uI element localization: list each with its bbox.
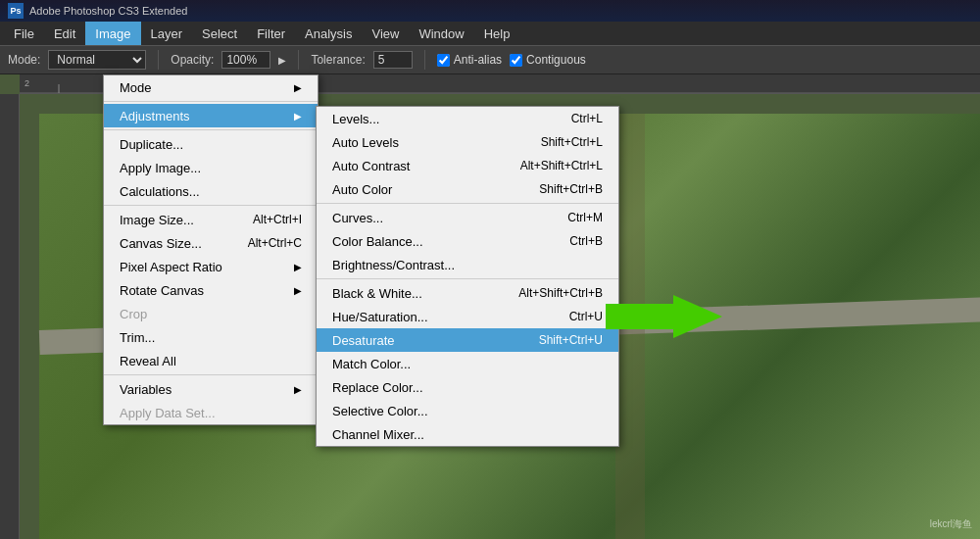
opacity-input[interactable] [221,51,270,69]
contiguous-label: Contiguous [526,53,586,67]
menu-image[interactable]: Image [85,22,140,45]
menu-analysis[interactable]: Analysis [295,22,362,45]
adj-sep1 [317,203,618,204]
sep2 [104,129,318,130]
toolbar: Mode: Normal Opacity: ▶ Tolerance: Anti-… [0,45,980,74]
adj-auto-color[interactable]: Auto Color Shift+Ctrl+B [317,177,618,201]
menu-help[interactable]: Help [474,22,520,45]
mode-label: Mode: [8,53,40,67]
menu-adjustments[interactable]: Adjustments ▶ [104,104,318,127]
menu-apply-image[interactable]: Apply Image... [104,156,318,179]
menu-bar: File Edit Image Layer Select Filter Anal… [0,22,980,45]
menu-select[interactable]: Select [192,22,247,45]
adj-auto-contrast[interactable]: Auto Contrast Alt+Shift+Ctrl+L [317,154,618,177]
main-area: 2 3 4 5 lekcrl海鱼 Mode [0,74,980,539]
menu-layer[interactable]: Layer [141,22,193,45]
mode-select[interactable]: Normal [48,50,146,70]
adj-hue-saturation[interactable]: Hue/Saturation... Ctrl+U [317,305,618,328]
toolbar-divider-3 [424,50,425,70]
tolerance-label: Tolerance: [311,53,365,67]
sep4 [104,374,318,375]
title-bar: Ps Adobe Photoshop CS3 Extended [0,0,980,22]
menu-crop[interactable]: Crop [104,302,318,325]
adj-curves[interactable]: Curves... Ctrl+M [317,206,618,229]
mode-arrow: ▶ [294,82,302,93]
menu-reveal-all[interactable]: Reveal All [104,349,318,372]
adj-selective-color[interactable]: Selective Color... [317,399,618,422]
adj-sep2 [317,278,618,279]
variables-arrow: ▶ [294,384,302,395]
adj-auto-levels[interactable]: Auto Levels Shift+Ctrl+L [317,130,618,154]
adj-match-color[interactable]: Match Color... [317,352,618,375]
app-title: Adobe Photoshop CS3 Extended [29,5,187,17]
menu-edit[interactable]: Edit [44,22,85,45]
menu-variables[interactable]: Variables ▶ [104,377,318,401]
pixel-aspect-arrow: ▶ [294,262,302,272]
contiguous-checkbox[interactable] [510,54,522,67]
opacity-arrow[interactable]: ▶ [278,55,286,66]
app-icon: Ps [8,3,24,19]
menu-file[interactable]: File [4,22,44,45]
antialias-group: Anti-alias [437,53,502,67]
menu-window[interactable]: Window [409,22,473,45]
menu-image-size[interactable]: Image Size... Alt+Ctrl+I [104,208,318,231]
rotate-canvas-arrow: ▶ [294,285,302,296]
menu-apply-data[interactable]: Apply Data Set... [104,401,318,424]
adj-color-balance[interactable]: Color Balance... Ctrl+B [317,229,618,253]
toolbar-divider-1 [158,50,159,70]
watermark: lekcrl海鱼 [930,517,972,531]
adjustments-arrow: ▶ [294,111,302,122]
toolbar-divider-2 [298,50,299,70]
menu-calculations[interactable]: Calculations... [104,179,318,203]
menu-trim[interactable]: Trim... [104,325,318,349]
menu-duplicate[interactable]: Duplicate... [104,132,318,156]
watermark-line1: lekcrl海鱼 [930,517,972,531]
adj-levels[interactable]: Levels... Ctrl+L [317,107,618,130]
image-menu-dropdown: Mode ▶ Adjustments ▶ Duplicate... Apply … [103,74,318,425]
ruler-left [0,94,20,539]
adjustments-submenu-dropdown: Levels... Ctrl+L Auto Levels Shift+Ctrl+… [316,106,619,447]
sep1 [104,101,318,102]
adj-channel-mixer[interactable]: Channel Mixer... [317,422,618,446]
adj-replace-color[interactable]: Replace Color... [317,375,618,399]
tolerance-input[interactable] [373,51,413,69]
contiguous-group: Contiguous [510,53,586,67]
menu-rotate-canvas[interactable]: Rotate Canvas ▶ [104,278,318,302]
adj-black-white[interactable]: Black & White... Alt+Shift+Ctrl+B [317,281,618,305]
menu-view[interactable]: View [362,22,409,45]
antialias-label: Anti-alias [454,53,502,67]
menu-canvas-size[interactable]: Canvas Size... Alt+Ctrl+C [104,231,318,255]
menu-filter[interactable]: Filter [247,22,295,45]
opacity-label: Opacity: [171,53,214,67]
adj-desaturate[interactable]: Desaturate Shift+Ctrl+U [317,328,618,352]
menu-mode[interactable]: Mode ▶ [104,75,318,99]
sep3 [104,205,318,206]
desaturate-arrow [608,295,722,338]
menu-pixel-aspect[interactable]: Pixel Aspect Ratio ▶ [104,255,318,278]
antialias-checkbox[interactable] [437,54,450,67]
adj-brightness-contrast[interactable]: Brightness/Contrast... [317,253,618,276]
svg-text:2: 2 [24,78,29,88]
